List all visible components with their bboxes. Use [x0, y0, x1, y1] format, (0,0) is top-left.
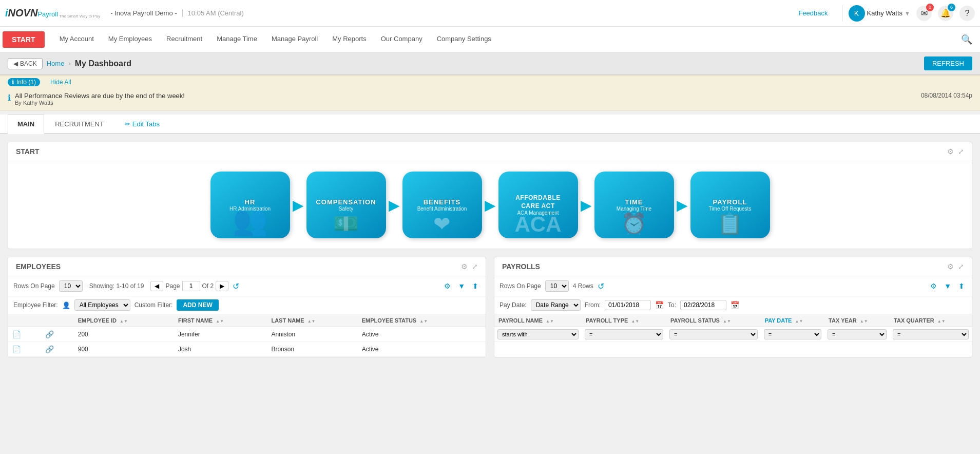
tab-recruitment[interactable]: RECRUITMENT: [45, 115, 113, 133]
row-action-link[interactable]: 🔗: [41, 327, 74, 342]
filter-payroll-type[interactable]: =: [582, 327, 666, 342]
payroll-type-filter-select[interactable]: =: [585, 329, 663, 339]
table-export-icon[interactable]: ⬆: [470, 281, 481, 291]
payrolls-rows-label: Rows On Page: [499, 282, 541, 290]
payroll-status-filter-select[interactable]: =: [669, 329, 758, 339]
start-section-title: START: [16, 147, 40, 156]
col-payroll-name[interactable]: PAYROLL NAME ▲▼: [494, 314, 582, 327]
bell-icon-button[interactable]: 🔔 6: [938, 6, 953, 21]
col-pay-date[interactable]: PAY DATE ▲▼: [761, 314, 824, 327]
payrolls-rows-select[interactable]: 10: [545, 280, 569, 292]
employees-expand-icon[interactable]: ⤢: [472, 262, 478, 271]
nav-item-manage-payroll[interactable]: Manage Payroll: [264, 27, 325, 52]
filter-pay-date[interactable]: =: [761, 327, 824, 342]
prev-page-button[interactable]: ◀: [150, 281, 163, 291]
employees-title: EMPLOYEES: [16, 262, 61, 271]
pay-date-filter-select[interactable]: =: [764, 329, 821, 339]
to-date-input[interactable]: [680, 300, 726, 310]
nav-item-my-account[interactable]: My Account: [52, 27, 101, 52]
wf-card-payroll[interactable]: PAYROLL Time Off Requests 📋: [690, 172, 770, 238]
bottom-row: EMPLOYEES ⚙ ⤢ Rows On Page 10 25 50 Show…: [8, 257, 972, 357]
add-new-button[interactable]: ADD NEW: [177, 299, 218, 311]
mail-icon-button[interactable]: ✉ 0: [916, 6, 932, 21]
filter-payroll-name[interactable]: starts with: [494, 327, 582, 342]
table-settings-icon[interactable]: ⚙: [442, 281, 453, 291]
sort-payroll-type: ▲▼: [631, 319, 639, 324]
employee-filter-select[interactable]: All Employees: [74, 299, 130, 311]
start-button[interactable]: START: [3, 31, 45, 48]
tax-quarter-filter-select[interactable]: =: [893, 329, 969, 339]
nav-item-our-company[interactable]: Our Company: [374, 27, 430, 52]
expand-icon[interactable]: ⤢: [958, 147, 964, 156]
sort-tax-quarter: ▲▼: [937, 319, 946, 324]
search-icon[interactable]: 🔍: [956, 34, 977, 45]
employees-settings-icon[interactable]: ⚙: [461, 262, 468, 271]
edit-tabs-button[interactable]: ✏ Edit Tabs: [125, 120, 160, 128]
payrolls-filter-icon[interactable]: ▼: [942, 281, 953, 291]
refresh-table-icon[interactable]: ↺: [233, 281, 239, 291]
workflow-item-compensation[interactable]: COMPENSATION Safety 💵: [306, 172, 386, 238]
user-dropdown-icon[interactable]: ▼: [905, 10, 910, 16]
col-employee-status[interactable]: EMPLOYEE STATUS ▲▼: [358, 314, 486, 327]
workflow-item-payroll[interactable]: PAYROLL Time Off Requests 📋: [690, 172, 770, 238]
nav-item-my-employees[interactable]: My Employees: [101, 27, 159, 52]
rows-on-page-select[interactable]: 10 25 50: [59, 280, 83, 292]
feedback-button[interactable]: Feedback: [798, 9, 828, 17]
nav-item-my-reports[interactable]: My Reports: [325, 27, 373, 52]
settings-icon[interactable]: ⚙: [947, 147, 954, 156]
filter-tax-quarter[interactable]: =: [890, 327, 972, 342]
page-input[interactable]: [182, 281, 200, 291]
from-calendar-icon[interactable]: 📅: [655, 301, 664, 309]
payrolls-export-icon[interactable]: ⬆: [956, 281, 967, 291]
payroll-name-filter-select[interactable]: starts with: [497, 329, 579, 339]
col-last-name[interactable]: LAST NAME ▲▼: [267, 314, 357, 327]
col-employee-id[interactable]: EMPLOYEE ID ▲▼: [74, 314, 174, 327]
col-first-name[interactable]: FIRST NAME ▲▼: [174, 314, 267, 327]
from-date-input[interactable]: [605, 300, 651, 310]
table-filter-icon[interactable]: ▼: [456, 281, 467, 291]
row-action-link[interactable]: 🔗: [41, 342, 74, 357]
col-tax-quarter[interactable]: TAX QUARTER ▲▼: [890, 314, 972, 327]
tab-main[interactable]: MAIN: [8, 115, 44, 134]
filter-payroll-status[interactable]: =: [666, 327, 761, 342]
wf-card-time[interactable]: TIME Managing Time ⏰: [594, 172, 674, 238]
refresh-button[interactable]: REFRESH: [924, 56, 972, 70]
nav-item-recruitment[interactable]: Recruitment: [159, 27, 209, 52]
sort-pay-date: ▲▼: [795, 319, 803, 324]
col-payroll-type[interactable]: PAYROLL TYPE ▲▼: [582, 314, 666, 327]
wf-card-aca[interactable]: AFFORDABLECARE ACT ACA Management ACA: [498, 172, 578, 238]
wf-card-compensation[interactable]: COMPENSATION Safety 💵: [306, 172, 386, 238]
info-banner: ℹ Info (1) Hide All ℹ All Performance Re…: [0, 75, 980, 110]
col-tax-year[interactable]: TAX YEAR ▲▼: [824, 314, 890, 327]
to-calendar-icon[interactable]: 📅: [731, 301, 739, 309]
tax-year-filter-select[interactable]: =: [828, 329, 887, 339]
wf-card-hr[interactable]: HR HR Administration 👥: [210, 172, 290, 238]
nav-item-manage-time[interactable]: Manage Time: [209, 27, 264, 52]
payrolls-date-filter: Pay Date: Date Range From: 📅 To: 📅: [494, 296, 972, 314]
info-badge: ℹ Info (1): [8, 78, 40, 86]
row-action-edit[interactable]: 📄: [8, 342, 41, 357]
pay-date-type-select[interactable]: Date Range: [531, 299, 581, 311]
row-action-edit[interactable]: 📄: [8, 327, 41, 342]
filter-tax-year[interactable]: =: [824, 327, 890, 342]
payrolls-expand-icon[interactable]: ⤢: [958, 262, 964, 271]
payrolls-refresh-icon[interactable]: ↺: [598, 281, 604, 291]
workflow-item-benefits[interactable]: BENEFITS Benefit Administration ❤: [402, 172, 482, 238]
workflow-item-time[interactable]: TIME Managing Time ⏰: [594, 172, 674, 238]
workflow-item-hr[interactable]: HR HR Administration 👥: [210, 172, 290, 238]
hide-all-button[interactable]: Hide All: [50, 79, 71, 86]
payrolls-settings-icon[interactable]: ⚙: [947, 262, 954, 271]
nav-item-company-settings[interactable]: Company Settings: [430, 27, 498, 52]
back-button[interactable]: ◀ BACK: [8, 58, 43, 69]
breadcrumb-home[interactable]: Home: [47, 60, 65, 67]
help-icon-button[interactable]: ?: [959, 6, 975, 21]
col-payroll-status[interactable]: PAYROLL STATUS ▲▼: [666, 314, 761, 327]
next-page-button[interactable]: ▶: [216, 281, 228, 291]
wf-icon-payroll: 📋: [717, 212, 743, 236]
nav-menu: My Account My Employees Recruitment Mana…: [52, 27, 498, 52]
wf-card-benefits[interactable]: BENEFITS Benefit Administration ❤: [402, 172, 482, 238]
payrolls-settings-icon[interactable]: ⚙: [928, 281, 939, 291]
workflow-item-aca[interactable]: AFFORDABLECARE ACT ACA Management ACA: [498, 172, 578, 238]
info-message-text: All Performance Reviews are due by the e…: [15, 92, 185, 100]
employee-filter-icon: 👤: [62, 301, 70, 309]
